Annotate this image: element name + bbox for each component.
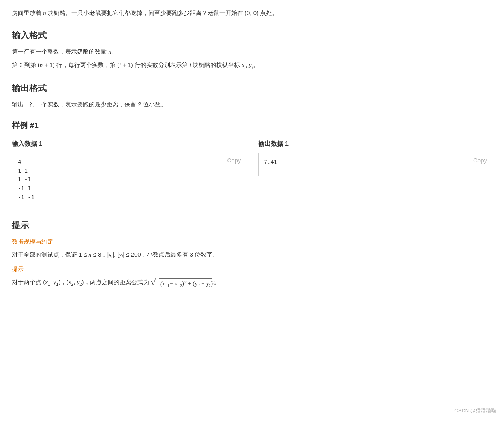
input-data: 4 1 1 1 -1 -1 1 -1 -1	[18, 158, 240, 202]
input-format-title: 输入格式	[12, 28, 492, 43]
constraint-text: 对于全部的测试点，保证 1 ≤ n ≤ 8，|xi|, |yi| ≤ 200，小…	[12, 250, 492, 261]
svg-text:− x: − x	[170, 280, 178, 287]
input-label: 输入数据 1	[12, 138, 246, 149]
intro-line: 房间里放着 n 块奶酪。一只小老鼠要把它们都吃掉，问至少要跑多少距离？老鼠一开始…	[12, 8, 492, 19]
svg-text:): )	[182, 280, 184, 287]
input-format-line2: 第 2 到第 (n + 1) 行，每行两个实数，第 (i + 1) 行的实数分别…	[12, 60, 492, 71]
output-data: 7.41	[264, 158, 487, 166]
svg-text:− y: − y	[201, 280, 209, 287]
hint-title: 提示	[12, 218, 492, 233]
svg-text:1: 1	[167, 283, 169, 288]
svg-text:+ (y: + (y	[188, 280, 198, 287]
svg-text:1: 1	[199, 283, 201, 288]
output-format-line1: 输出一行一个实数，表示要跑的最少距离，保留 2 位小数。	[12, 99, 492, 110]
output-label: 输出数据 1	[258, 138, 493, 149]
svg-text:√: √	[151, 278, 156, 287]
output-format-title: 输出格式	[12, 81, 492, 95]
input-block: 输入数据 1 Copy 4 1 1 1 -1 -1 1 -1 -1	[12, 138, 246, 207]
example-title: 样例 #1	[12, 119, 492, 132]
input-box: Copy 4 1 1 1 -1 -1 1 -1 -1	[12, 153, 246, 207]
io-row: 输入数据 1 Copy 4 1 1 1 -1 -1 1 -1 -1 输出数据 1…	[12, 138, 492, 207]
svg-text:2: 2	[212, 280, 215, 285]
hint-link[interactable]: 提示	[12, 264, 492, 274]
svg-text:2: 2	[184, 280, 187, 285]
svg-text:(x: (x	[160, 280, 165, 287]
output-block: 输出数据 1 Copy 7.41	[258, 138, 493, 176]
output-box: Copy 7.41	[258, 153, 493, 176]
copy-output-button[interactable]: Copy	[473, 157, 487, 164]
constraint-link[interactable]: 数据规模与约定	[12, 237, 492, 247]
input-format-line1: 第一行有一个整数，表示奶酪的数量 n。	[12, 47, 492, 57]
hint-text: 对于两个点 (x1, y1)，(x2, y2)，两点之间的距离公式为 √ (x …	[12, 277, 492, 288]
copy-input-button[interactable]: Copy	[227, 157, 241, 164]
distance-formula-svg: √ (x 1 − x 2 ) 2 + (y 1 − y 2 ) 2	[151, 277, 214, 288]
